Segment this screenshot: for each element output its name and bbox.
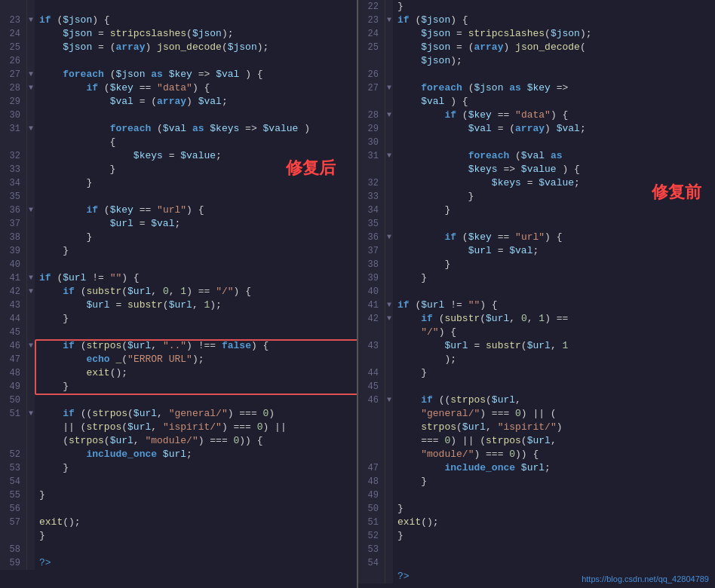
fold-indicator[interactable]: [27, 366, 35, 380]
line-number: 40: [358, 285, 385, 299]
fold-indicator[interactable]: [385, 41, 393, 54]
fold-indicator[interactable]: [385, 543, 393, 556]
fold-indicator[interactable]: ▼: [385, 231, 393, 244]
fold-indicator[interactable]: [385, 529, 393, 543]
line-number: 36: [0, 204, 27, 217]
fold-indicator[interactable]: [27, 394, 35, 407]
fold-indicator[interactable]: [27, 380, 35, 394]
fold-indicator[interactable]: [27, 176, 35, 190]
fold-indicator[interactable]: [27, 312, 35, 326]
fold-indicator[interactable]: [385, 54, 393, 68]
fold-indicator[interactable]: [385, 68, 393, 81]
fold-indicator[interactable]: ▼: [27, 285, 35, 299]
line-content: if ($key == "url") {: [35, 204, 357, 217]
fold-indicator[interactable]: [27, 95, 35, 109]
fold-indicator[interactable]: [27, 502, 35, 516]
fold-indicator[interactable]: [27, 299, 35, 312]
fold-indicator[interactable]: [385, 339, 393, 353]
line-content: foreach ($json as $key =>: [393, 81, 715, 95]
fold-indicator[interactable]: [27, 326, 35, 339]
fold-indicator[interactable]: ▼: [385, 14, 393, 27]
fold-indicator[interactable]: ▼: [27, 81, 35, 95]
fold-indicator[interactable]: [385, 0, 393, 14]
fold-indicator[interactable]: [27, 448, 35, 461]
fold-indicator[interactable]: [385, 461, 393, 475]
fold-indicator[interactable]: [27, 41, 35, 54]
fold-indicator[interactable]: [27, 27, 35, 41]
fold-indicator[interactable]: [385, 516, 393, 529]
fold-indicator[interactable]: [27, 217, 35, 231]
fold-indicator[interactable]: [385, 353, 393, 366]
fold-indicator[interactable]: [27, 149, 35, 163]
fold-indicator[interactable]: [27, 461, 35, 475]
fold-indicator[interactable]: [385, 217, 393, 231]
table-row: 22}: [358, 0, 715, 14]
fold-indicator[interactable]: [27, 231, 35, 244]
fold-indicator[interactable]: ▼: [385, 394, 393, 407]
fold-indicator[interactable]: [385, 421, 393, 434]
fold-indicator[interactable]: [27, 163, 35, 176]
fold-indicator[interactable]: [385, 271, 393, 285]
fold-indicator[interactable]: [27, 421, 35, 434]
fold-indicator[interactable]: ▼: [385, 149, 393, 163]
fold-indicator[interactable]: [385, 258, 393, 271]
fold-indicator[interactable]: ▼: [27, 14, 35, 27]
fold-indicator[interactable]: [27, 434, 35, 448]
fold-indicator[interactable]: [385, 488, 393, 502]
fold-indicator[interactable]: [385, 434, 393, 448]
fold-indicator[interactable]: ▼: [27, 204, 35, 217]
table-row: );: [358, 353, 715, 366]
fold-indicator[interactable]: [385, 556, 393, 570]
fold-indicator[interactable]: [27, 353, 35, 366]
fold-indicator[interactable]: [385, 502, 393, 516]
table-row: 35: [358, 217, 715, 231]
line-content: [393, 285, 715, 299]
fold-indicator[interactable]: [385, 448, 393, 461]
line-number: [358, 326, 385, 339]
fold-indicator[interactable]: [27, 529, 35, 543]
fold-indicator[interactable]: ▼: [27, 339, 35, 353]
line-number: 25: [0, 41, 27, 54]
fold-indicator[interactable]: [385, 475, 393, 488]
fold-indicator[interactable]: [385, 407, 393, 421]
fold-indicator[interactable]: ▼: [27, 68, 35, 81]
fold-indicator[interactable]: [385, 380, 393, 394]
fold-indicator[interactable]: [27, 190, 35, 204]
fold-indicator[interactable]: [27, 543, 35, 556]
fold-indicator[interactable]: [385, 326, 393, 339]
fold-indicator[interactable]: ▼: [27, 122, 35, 136]
line-content: "module/") === 0)) {: [393, 448, 715, 461]
fold-indicator[interactable]: [385, 122, 393, 136]
fold-indicator[interactable]: ▼: [385, 299, 393, 312]
fold-indicator[interactable]: [385, 570, 393, 583]
fold-indicator[interactable]: [385, 136, 393, 149]
fold-indicator[interactable]: [385, 244, 393, 258]
fold-indicator[interactable]: [385, 204, 393, 217]
table-row: {: [0, 136, 357, 149]
fold-indicator[interactable]: [385, 366, 393, 380]
fold-indicator[interactable]: [385, 163, 393, 176]
fold-indicator[interactable]: ▼: [27, 407, 35, 421]
fold-indicator[interactable]: [27, 0, 35, 14]
fold-indicator[interactable]: [27, 488, 35, 502]
fold-indicator[interactable]: ▼: [385, 312, 393, 326]
fold-indicator[interactable]: ▼: [385, 109, 393, 122]
fold-indicator[interactable]: [27, 556, 35, 570]
table-row: 30: [358, 136, 715, 149]
fold-indicator[interactable]: [385, 190, 393, 204]
fold-indicator[interactable]: [27, 258, 35, 271]
fold-indicator[interactable]: [385, 95, 393, 109]
table-row: || (strpos($url, "ispirit/") === 0) ||: [0, 421, 357, 434]
fold-indicator[interactable]: [27, 136, 35, 149]
fold-indicator[interactable]: [27, 516, 35, 529]
fold-indicator[interactable]: [385, 27, 393, 41]
fold-indicator[interactable]: [385, 176, 393, 190]
fold-indicator[interactable]: [27, 109, 35, 122]
fold-indicator[interactable]: ▼: [385, 81, 393, 95]
fold-indicator[interactable]: ▼: [27, 271, 35, 285]
fold-indicator[interactable]: [27, 475, 35, 488]
line-number: 31: [358, 149, 385, 163]
fold-indicator[interactable]: [385, 285, 393, 299]
fold-indicator[interactable]: [27, 54, 35, 68]
fold-indicator[interactable]: [27, 244, 35, 258]
